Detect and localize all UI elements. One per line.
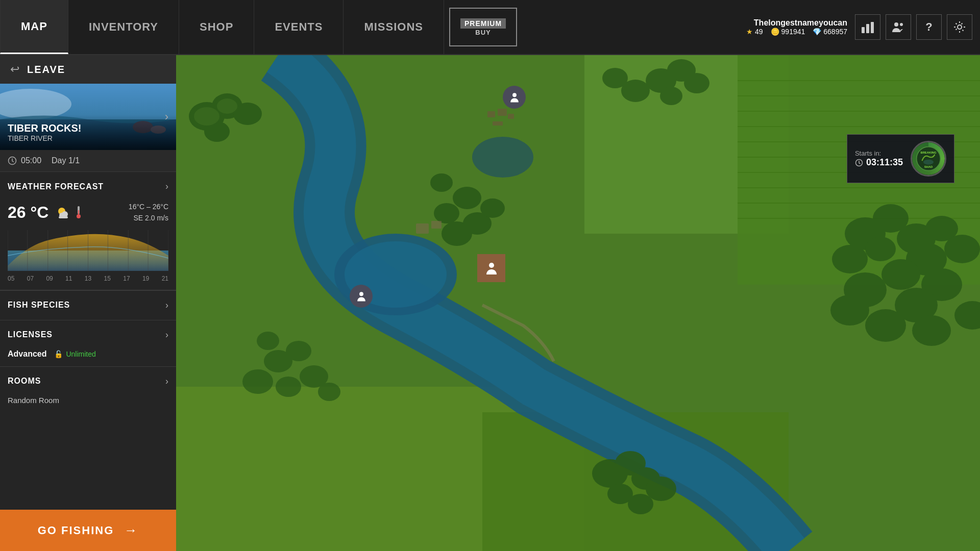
svg-point-91 — [276, 377, 301, 397]
rooms-title: ROOMS — [8, 377, 41, 386]
location-banner[interactable]: TIBER ROCKS! TIBER RIVER › — [0, 84, 176, 150]
svg-point-60 — [944, 235, 980, 263]
svg-point-67 — [865, 309, 906, 342]
location-overlay: TIBER ROCKS! TIBER RIVER — [0, 115, 176, 150]
location-name: TIBER ROCKS! — [8, 122, 168, 134]
svg-rect-2 — [871, 22, 874, 33]
svg-rect-86 — [431, 221, 442, 229]
user-stats: ★ 49 🪙 991941 💎 668957 — [746, 28, 847, 36]
player-icon-small — [356, 291, 367, 302]
chart-hour-4: 11 — [65, 275, 72, 282]
level-stat: ★ 49 — [746, 28, 763, 36]
temp-range: 16°C – 26°C — [129, 201, 168, 212]
player-icon — [484, 261, 499, 276]
licenses-content: Advanced 🔓 Unlimited — [0, 349, 176, 366]
weather-content: 26 °C — [0, 201, 176, 290]
player-icon-top — [509, 92, 520, 103]
player-marker-top[interactable] — [503, 86, 526, 109]
svg-point-58 — [832, 245, 868, 273]
chart-hour-6: 15 — [104, 275, 111, 282]
svg-rect-0 — [862, 27, 865, 33]
day-item: Day 1/1 — [52, 156, 80, 165]
svg-point-4 — [900, 23, 903, 26]
back-icon: ↩ — [10, 63, 19, 76]
premium-label: PREMIUM — [460, 18, 506, 29]
svg-point-79 — [646, 477, 676, 501]
svg-point-90 — [242, 369, 273, 394]
star-icon: ★ — [746, 28, 753, 36]
thermometer-icon — [76, 205, 82, 219]
svg-point-96 — [684, 73, 709, 93]
tab-shop[interactable]: SHOP — [179, 0, 254, 54]
premium-sub: BUY — [475, 29, 491, 36]
license-level: Advanced — [8, 349, 46, 359]
username: Thelongestnameyoucan — [754, 18, 847, 28]
svg-rect-15 — [59, 216, 68, 218]
svg-point-89 — [257, 332, 279, 350]
chart-hour-9: 21 — [162, 275, 168, 282]
tab-map[interactable]: MAP — [0, 0, 68, 54]
svg-point-49 — [233, 103, 262, 125]
svg-point-57 — [865, 237, 896, 261]
svg-point-100 — [489, 263, 494, 268]
sidebar: ↩ LEAVE — [0, 55, 176, 551]
svg-point-80 — [628, 494, 653, 514]
nav-icons: ? — [855, 14, 972, 40]
weather-details: 16°C – 26°C SE 2.0 m/s — [129, 201, 168, 224]
svg-point-52 — [217, 98, 237, 114]
licenses-header[interactable]: LICENSES › — [0, 320, 176, 349]
player-marker-secondary[interactable] — [350, 285, 373, 308]
temperature-display: 26 °C — [8, 203, 82, 222]
leave-button[interactable]: ↩ LEAVE — [0, 55, 176, 84]
user-coins: 991941 — [781, 28, 805, 36]
svg-point-51 — [194, 107, 219, 126]
svg-point-105 — [923, 160, 934, 165]
location-arrow-icon: › — [165, 110, 168, 123]
tab-missions[interactable]: MISSIONS — [344, 0, 444, 54]
help-icon: ? — [925, 20, 932, 34]
svg-point-71 — [434, 203, 459, 223]
settings-button[interactable] — [947, 14, 972, 40]
wind-info: SE 2.0 m/s — [129, 212, 168, 223]
friends-button[interactable] — [886, 14, 911, 40]
starts-label: Starts in: — [855, 149, 903, 157]
svg-rect-18 — [78, 210, 79, 215]
go-fishing-button[interactable]: GO FISHING → — [0, 510, 176, 551]
svg-point-72 — [453, 187, 481, 209]
svg-rect-83 — [508, 114, 514, 119]
chart-labels: 05 07 09 11 13 15 17 19 21 — [8, 275, 168, 282]
map-background — [176, 55, 980, 551]
fish-species-header[interactable]: FISH SPECIES › — [0, 290, 176, 320]
premium-button[interactable]: PREMIUM BUY — [449, 8, 517, 46]
event-badge: BREAKING SHAD — [911, 141, 946, 177]
rooms-arrow-icon: › — [165, 376, 168, 387]
svg-point-64 — [830, 295, 869, 325]
svg-point-99 — [602, 68, 628, 88]
rooms-header[interactable]: ROOMS › — [0, 367, 176, 396]
location-sub: TIBER RIVER — [8, 134, 168, 142]
help-button[interactable]: ? — [916, 14, 942, 40]
svg-point-102 — [512, 93, 517, 97]
main-content: ↩ LEAVE — [0, 55, 980, 551]
chart-hour-2: 07 — [27, 275, 34, 282]
fish-species-section: FISH SPECIES › — [0, 290, 176, 320]
licenses-title: LICENSES — [8, 330, 53, 339]
svg-point-74 — [430, 173, 453, 192]
svg-text:BREAKING: BREAKING — [920, 151, 937, 154]
leaderboard-button[interactable] — [855, 14, 880, 40]
go-fishing-arrow-icon: → — [124, 522, 138, 538]
tab-inventory[interactable]: INVENTORY — [68, 0, 179, 54]
tab-events[interactable]: EVENTS — [254, 0, 344, 54]
weather-icon — [54, 204, 73, 220]
event-text: Starts in: 03:11:35 — [855, 149, 903, 168]
weather-main: 26 °C — [8, 201, 168, 224]
weather-title: WEATHER FORECAST — [8, 182, 104, 191]
svg-point-101 — [359, 292, 363, 296]
svg-rect-84 — [493, 121, 503, 126]
svg-point-68 — [912, 315, 951, 346]
weather-header[interactable]: WEATHER FORECAST › — [0, 172, 176, 201]
rooms-section: ROOMS › Random Room — [0, 366, 176, 412]
svg-point-73 — [480, 198, 505, 218]
player-marker-main[interactable] — [477, 254, 505, 282]
event-time: 03:11:35 — [866, 157, 903, 168]
